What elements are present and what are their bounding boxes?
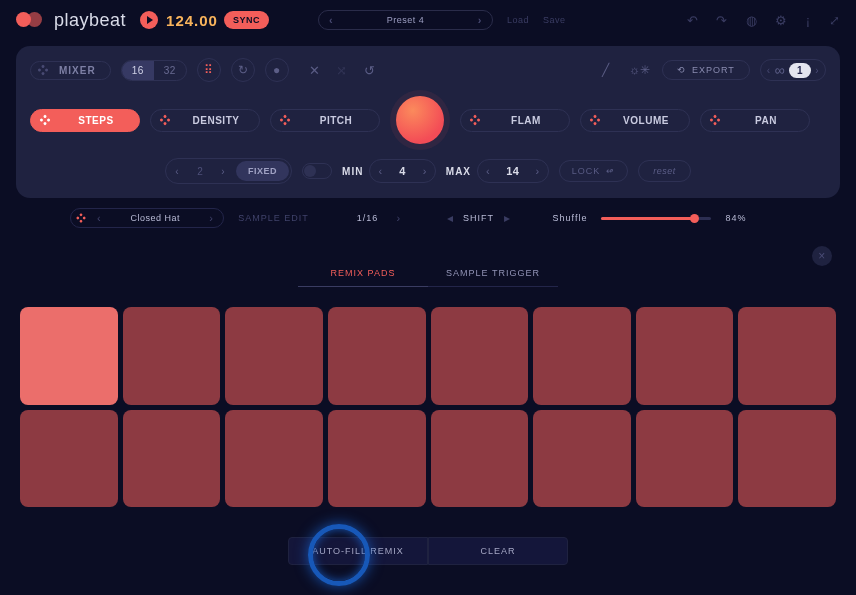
tab-flam-label: FLAM — [489, 115, 563, 126]
pad-2[interactable] — [123, 307, 221, 405]
sample-strip: ‹ Closed Hat › SAMPLE EDIT 1/16 › ◂ SHIF… — [0, 198, 856, 228]
load-button[interactable]: Load — [507, 15, 529, 25]
link-icon[interactable]: ╱ — [594, 58, 618, 82]
save-button[interactable]: Save — [543, 15, 566, 25]
lock-button[interactable]: LOCK ↫ — [559, 160, 629, 182]
min-prev-icon[interactable]: ‹ — [370, 160, 390, 182]
pad-15[interactable] — [636, 410, 734, 508]
tab-steps[interactable]: STEPS — [30, 109, 140, 132]
highlight-ring — [308, 524, 370, 586]
play-button[interactable] — [140, 11, 158, 29]
loop-next-icon[interactable]: › — [815, 65, 819, 76]
randomize-dial[interactable] — [396, 96, 444, 144]
sun-icon[interactable]: ☼✳ — [628, 58, 652, 82]
expand-icon[interactable]: ⤢ — [829, 13, 841, 28]
pad-12[interactable] — [328, 410, 426, 508]
max-prev-icon[interactable]: ‹ — [478, 160, 498, 182]
toggle-switch[interactable] — [302, 163, 332, 179]
sync-button[interactable]: SYNC — [224, 11, 269, 29]
tab-pitch-label: PITCH — [299, 115, 373, 126]
fixed-stepper[interactable]: ‹ 2 › FIXED — [165, 158, 292, 184]
close-icon[interactable]: × — [812, 246, 832, 266]
pad-8[interactable] — [738, 307, 836, 405]
logo-icon — [16, 11, 46, 29]
export-label: EXPORT — [692, 65, 735, 75]
min-stepper[interactable]: ‹ 4 › — [369, 159, 435, 183]
preset-prev-icon[interactable]: ‹ — [329, 14, 333, 26]
shuffle-slider[interactable] — [601, 217, 711, 220]
dice-icon — [469, 114, 480, 125]
record-icon[interactable]: ● — [265, 58, 289, 82]
preset-next-icon[interactable]: › — [478, 14, 482, 26]
pad-4[interactable] — [328, 307, 426, 405]
header: playbeat 124.00 SYNC ‹ Preset 4 › Load S… — [0, 0, 856, 40]
export-button[interactable]: ⟲ EXPORT — [662, 60, 750, 80]
step-count-toggle[interactable]: 16 32 — [121, 60, 187, 81]
undo-icon[interactable]: ↶ — [687, 13, 699, 28]
shuffle-icon[interactable]: ✕ — [309, 63, 321, 78]
shift-left-icon[interactable]: ◂ — [447, 211, 454, 225]
grid-next-icon[interactable]: › — [392, 212, 404, 224]
max-next-icon[interactable]: › — [527, 160, 547, 182]
tab-remix-pads[interactable]: REMIX PADS — [298, 260, 428, 287]
sample-next-icon[interactable]: › — [205, 212, 217, 224]
shift-right-icon[interactable]: ▸ — [504, 211, 511, 225]
app-name: playbeat — [54, 10, 126, 31]
pad-10[interactable] — [123, 410, 221, 508]
stepper-next-icon[interactable]: › — [212, 161, 234, 182]
gear-icon[interactable]: ⚙ — [775, 13, 788, 28]
cycle-icon[interactable]: ↺ — [364, 63, 376, 78]
step-16[interactable]: 16 — [122, 61, 154, 80]
tab-pan[interactable]: PAN — [700, 109, 810, 132]
pad-3[interactable] — [225, 307, 323, 405]
pad-7[interactable] — [636, 307, 734, 405]
shuffle-knob[interactable] — [690, 214, 699, 223]
cross-icon[interactable]: ⤨ — [336, 63, 348, 78]
pad-11[interactable] — [225, 410, 323, 508]
tab-density[interactable]: DENSITY — [150, 109, 260, 132]
pad-1[interactable] — [20, 307, 118, 405]
loop-count: 1 — [789, 63, 811, 78]
sample-selector[interactable]: ‹ Closed Hat › — [70, 208, 224, 228]
pad-9[interactable] — [20, 410, 118, 508]
sample-edit-button[interactable]: SAMPLE EDIT — [238, 213, 309, 223]
lock-icon: ↫ — [606, 166, 615, 176]
max-value: 14 — [498, 160, 527, 182]
reset-button[interactable]: reset — [638, 160, 691, 182]
pad-13[interactable] — [431, 410, 529, 508]
tab-sample-trigger[interactable]: SAMPLE TRIGGER — [428, 260, 558, 287]
loop-counter[interactable]: ‹ ∞ 1 › — [760, 59, 826, 81]
transport: 124.00 SYNC — [140, 11, 269, 29]
redo-icon[interactable]: ↷ — [716, 13, 728, 28]
preset-selector[interactable]: ‹ Preset 4 › — [318, 10, 493, 30]
shuffle-label: Shuffle — [553, 213, 588, 223]
tab-pitch[interactable]: PITCH — [270, 109, 380, 132]
sample-prev-icon[interactable]: ‹ — [93, 212, 105, 224]
infinity-icon: ∞ — [775, 62, 785, 78]
info-icon[interactable]: ¡ — [806, 13, 811, 28]
grid-value[interactable]: 1/16 — [357, 213, 379, 223]
clear-button[interactable]: CLEAR — [428, 537, 568, 565]
presets-icon — [37, 64, 48, 75]
step-32[interactable]: 32 — [154, 61, 186, 80]
tab-flam[interactable]: FLAM — [460, 109, 570, 132]
mixer-button[interactable]: MIXER — [30, 61, 111, 80]
pad-6[interactable] — [533, 307, 631, 405]
loop-prev-icon[interactable]: ‹ — [767, 65, 771, 76]
globe-icon[interactable]: ◍ — [746, 13, 758, 28]
stepper-prev-icon[interactable]: ‹ — [166, 161, 188, 182]
refresh-icon[interactable]: ↻ — [231, 58, 255, 82]
pad-16[interactable] — [738, 410, 836, 508]
dice-icon — [709, 114, 720, 125]
dice-icon — [589, 114, 600, 125]
lock-label: LOCK — [572, 166, 601, 176]
tab-volume[interactable]: VOLUME — [580, 109, 690, 132]
bpm-display[interactable]: 124.00 — [166, 12, 218, 29]
pattern-icon[interactable]: ⠿ — [197, 58, 221, 82]
max-stepper[interactable]: ‹ 14 › — [477, 159, 549, 183]
fixed-button[interactable]: FIXED — [236, 161, 289, 181]
pad-14[interactable] — [533, 410, 631, 508]
min-next-icon[interactable]: › — [415, 160, 435, 182]
tab-density-label: DENSITY — [179, 115, 253, 126]
pad-5[interactable] — [431, 307, 529, 405]
